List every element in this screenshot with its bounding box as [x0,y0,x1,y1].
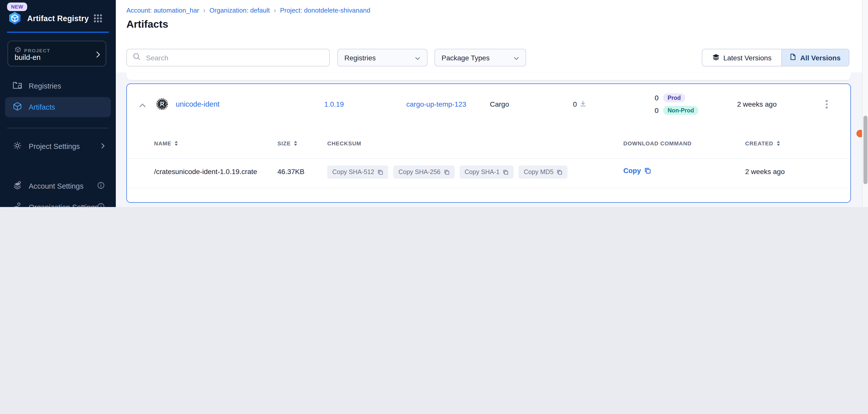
prod-count: 0 [641,94,658,102]
copy-sha1-button[interactable]: Copy SHA-1 [460,166,514,179]
nonprod-count: 0 [641,106,658,114]
sidebar-accent-divider [7,32,109,33]
chevron-down-icon [415,54,421,62]
scrolled-card-edge [126,72,851,80]
file-name: /cratesunicode-ident-1.0.19.crate [154,168,257,176]
page-title: Artifacts [126,18,168,30]
cube-icon [12,102,22,113]
latest-versions-button[interactable]: Latest Versions [702,49,781,66]
artifact-version-link[interactable]: 1.0.19 [324,100,344,108]
breadcrumb-organization-link[interactable]: Organization: default [210,6,270,14]
gear-icon [12,141,22,152]
org-gear-icon [12,202,22,207]
environment-counts: 0Prod 0Non-Prod [641,93,699,115]
sort-icon[interactable] [294,141,297,146]
chevron-down-icon [514,54,519,62]
sidebar-item-label: Artifacts [29,103,55,111]
file-icon [790,53,796,62]
sidebar-item-registries[interactable]: Registries [0,76,116,96]
sidebar-item-label: Registries [29,82,61,90]
column-header-download-command: DOWNLOAD COMMAND [623,140,691,146]
copy-icon [557,169,563,175]
app-grid-icon[interactable] [94,14,102,23]
downloads-count: 0 [573,100,577,108]
latest-versions-label: Latest Versions [723,54,771,62]
project-selector[interactable]: PROJECT build-en [7,41,106,66]
all-versions-button[interactable]: All Versions [781,49,849,66]
breadcrumb-separator: › [203,6,206,14]
copy-icon [645,167,651,174]
download-icon [580,100,586,109]
cargo-rust-icon: R [156,98,168,110]
chevron-right-icon [101,142,105,150]
all-versions-label: All Versions [800,54,841,62]
search-icon [133,53,141,62]
copy-icon [503,169,508,175]
row-menu-kebab-icon[interactable] [824,98,830,110]
artifact-card-unicode-ident: R unicode-ident 1.0.19 cargo-up-temp-123… [126,83,851,203]
search-input[interactable] [145,53,316,62]
package-types-filter-label: Package Types [441,54,490,62]
column-header-size: SIZE [277,140,297,146]
breadcrumb-project-link[interactable]: Project: donotdelete-shivanand [280,6,370,14]
main-content: Account: automation_har › Organization: … [116,0,862,207]
sidebar: NEW Artifact Registry [0,0,116,207]
versions-toggle: Latest Versions All Versions [702,49,849,66]
prod-badge: Prod [663,93,685,102]
package-types-filter-dropdown[interactable]: Package Types [434,49,526,66]
copy-md5-button[interactable]: Copy MD5 [519,166,567,179]
files-table-header: NAME SIZE CHECKSUM DOWNLOAD COMMAND CREA… [127,140,850,153]
layers-icon [712,53,719,62]
copy-sha256-button[interactable]: Copy SHA-256 [394,166,455,179]
breadcrumb: Account: automation_har › Organization: … [126,6,370,14]
info-icon[interactable] [97,182,105,191]
file-created: 2 weeks ago [745,168,785,176]
chevron-right-icon [96,51,100,60]
copy-download-command-link[interactable]: Copy [623,167,651,175]
project-name: build-en [14,53,40,61]
sidebar-item-project-settings[interactable]: Project Settings [0,136,116,157]
search-box [126,49,330,66]
file-size: 46.37KB [277,168,304,176]
sidebar-item-label: Account Settings [29,182,84,190]
column-header-created: CREATED [745,140,780,146]
artifact-name-link[interactable]: unicode-ident [176,100,219,108]
project-label: PROJECT [24,47,50,53]
sidebar-item-artifacts[interactable]: Artifacts [5,97,111,117]
artifact-registry-logo-icon [7,11,22,26]
artifact-row: R unicode-ident 1.0.19 cargo-up-temp-123… [127,84,850,124]
registries-filter-dropdown[interactable]: Registries [337,49,428,66]
table-divider [127,159,850,159]
sidebar-item-organization-settings[interactable]: Organization Settings [0,197,116,207]
svg-text:R: R [160,101,164,107]
info-icon[interactable] [97,203,105,207]
table-divider [127,187,850,188]
sidebar-item-account-settings[interactable]: Account Settings [0,176,116,196]
folder-icon [12,81,22,91]
registries-filter-label: Registries [344,54,376,62]
breadcrumb-account-link[interactable]: Account: automation_har [126,6,199,14]
copy-icon [378,169,383,175]
artifact-registry-app: NEW Artifact Registry [0,0,868,207]
sort-icon[interactable] [175,141,178,146]
sidebar-divider [7,128,109,128]
app-title: Artifact Registry [27,14,89,23]
new-badge: NEW [7,2,27,11]
collapse-row-chevron-up-icon[interactable] [139,101,146,108]
column-header-name: NAME [154,140,178,146]
sidebar-item-label: Project Settings [29,142,80,150]
column-header-checksum: CHECKSUM [327,140,361,146]
page-scrollbar[interactable] [862,0,868,207]
sort-icon[interactable] [777,141,780,146]
scrollbar-thumb[interactable] [864,116,868,184]
nonprod-badge: Non-Prod [663,106,699,115]
updated-timestamp: 2 weeks ago [737,100,777,108]
copy-sha512-button[interactable]: Copy SHA-512 [327,166,389,179]
layers-gear-icon [12,181,22,192]
package-type: Cargo [490,100,509,108]
artifact-registry-link[interactable]: cargo-up-temp-123 [406,100,466,108]
sidebar-item-label: Organization Settings [29,203,98,207]
copy-icon [444,169,450,175]
breadcrumb-separator: › [274,6,276,14]
